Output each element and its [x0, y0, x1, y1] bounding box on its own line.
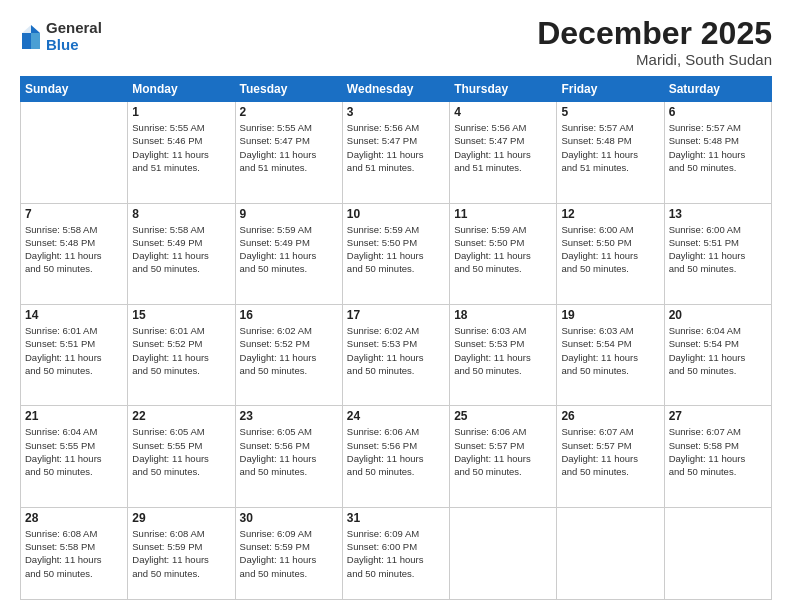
- calendar-cell: 19Sunrise: 6:03 AM Sunset: 5:54 PM Dayli…: [557, 305, 664, 406]
- logo-general: General: [46, 20, 102, 37]
- col-header-tuesday: Tuesday: [235, 77, 342, 102]
- day-info: Sunrise: 6:02 AM Sunset: 5:52 PM Dayligh…: [240, 324, 338, 377]
- calendar-cell: 25Sunrise: 6:06 AM Sunset: 5:57 PM Dayli…: [450, 406, 557, 507]
- calendar-week-row: 1Sunrise: 5:55 AM Sunset: 5:46 PM Daylig…: [21, 102, 772, 203]
- day-info: Sunrise: 6:02 AM Sunset: 5:53 PM Dayligh…: [347, 324, 445, 377]
- calendar-cell: 16Sunrise: 6:02 AM Sunset: 5:52 PM Dayli…: [235, 305, 342, 406]
- day-number: 5: [561, 105, 659, 119]
- calendar-cell: 13Sunrise: 6:00 AM Sunset: 5:51 PM Dayli…: [664, 203, 771, 304]
- calendar-cell: 29Sunrise: 6:08 AM Sunset: 5:59 PM Dayli…: [128, 507, 235, 599]
- calendar-cell: 17Sunrise: 6:02 AM Sunset: 5:53 PM Dayli…: [342, 305, 449, 406]
- day-number: 22: [132, 409, 230, 423]
- day-info: Sunrise: 6:08 AM Sunset: 5:58 PM Dayligh…: [25, 527, 123, 580]
- day-info: Sunrise: 6:06 AM Sunset: 5:57 PM Dayligh…: [454, 425, 552, 478]
- day-info: Sunrise: 5:55 AM Sunset: 5:46 PM Dayligh…: [132, 121, 230, 174]
- calendar-cell: 2Sunrise: 5:55 AM Sunset: 5:47 PM Daylig…: [235, 102, 342, 203]
- col-header-sunday: Sunday: [21, 77, 128, 102]
- calendar-cell: 8Sunrise: 5:58 AM Sunset: 5:49 PM Daylig…: [128, 203, 235, 304]
- header: General Blue December 2025 Maridi, South…: [20, 16, 772, 68]
- calendar-cell: 7Sunrise: 5:58 AM Sunset: 5:48 PM Daylig…: [21, 203, 128, 304]
- day-number: 19: [561, 308, 659, 322]
- calendar-cell: 24Sunrise: 6:06 AM Sunset: 5:56 PM Dayli…: [342, 406, 449, 507]
- day-number: 8: [132, 207, 230, 221]
- calendar-cell: [557, 507, 664, 599]
- day-info: Sunrise: 6:00 AM Sunset: 5:51 PM Dayligh…: [669, 223, 767, 276]
- col-header-wednesday: Wednesday: [342, 77, 449, 102]
- day-info: Sunrise: 5:59 AM Sunset: 5:50 PM Dayligh…: [347, 223, 445, 276]
- calendar-week-row: 21Sunrise: 6:04 AM Sunset: 5:55 PM Dayli…: [21, 406, 772, 507]
- col-header-monday: Monday: [128, 77, 235, 102]
- logo: General Blue: [20, 20, 102, 53]
- calendar-cell: 5Sunrise: 5:57 AM Sunset: 5:48 PM Daylig…: [557, 102, 664, 203]
- logo-blue: Blue: [46, 37, 102, 54]
- day-info: Sunrise: 5:57 AM Sunset: 5:48 PM Dayligh…: [561, 121, 659, 174]
- day-info: Sunrise: 6:05 AM Sunset: 5:56 PM Dayligh…: [240, 425, 338, 478]
- day-number: 15: [132, 308, 230, 322]
- calendar-cell: 10Sunrise: 5:59 AM Sunset: 5:50 PM Dayli…: [342, 203, 449, 304]
- day-info: Sunrise: 5:58 AM Sunset: 5:48 PM Dayligh…: [25, 223, 123, 276]
- title-month: December 2025: [537, 16, 772, 51]
- day-number: 27: [669, 409, 767, 423]
- day-info: Sunrise: 5:58 AM Sunset: 5:49 PM Dayligh…: [132, 223, 230, 276]
- day-number: 16: [240, 308, 338, 322]
- calendar-cell: 30Sunrise: 6:09 AM Sunset: 5:59 PM Dayli…: [235, 507, 342, 599]
- calendar-cell: 20Sunrise: 6:04 AM Sunset: 5:54 PM Dayli…: [664, 305, 771, 406]
- calendar-cell: 4Sunrise: 5:56 AM Sunset: 5:47 PM Daylig…: [450, 102, 557, 203]
- calendar-week-row: 7Sunrise: 5:58 AM Sunset: 5:48 PM Daylig…: [21, 203, 772, 304]
- calendar-cell: 23Sunrise: 6:05 AM Sunset: 5:56 PM Dayli…: [235, 406, 342, 507]
- day-number: 21: [25, 409, 123, 423]
- calendar-cell: 31Sunrise: 6:09 AM Sunset: 6:00 PM Dayli…: [342, 507, 449, 599]
- calendar-cell: 3Sunrise: 5:56 AM Sunset: 5:47 PM Daylig…: [342, 102, 449, 203]
- day-info: Sunrise: 6:04 AM Sunset: 5:55 PM Dayligh…: [25, 425, 123, 478]
- day-info: Sunrise: 6:09 AM Sunset: 6:00 PM Dayligh…: [347, 527, 445, 580]
- day-number: 20: [669, 308, 767, 322]
- day-number: 26: [561, 409, 659, 423]
- day-number: 17: [347, 308, 445, 322]
- svg-marker-2: [31, 33, 40, 49]
- col-header-thursday: Thursday: [450, 77, 557, 102]
- calendar-cell: 28Sunrise: 6:08 AM Sunset: 5:58 PM Dayli…: [21, 507, 128, 599]
- day-info: Sunrise: 6:07 AM Sunset: 5:57 PM Dayligh…: [561, 425, 659, 478]
- day-info: Sunrise: 5:56 AM Sunset: 5:47 PM Dayligh…: [454, 121, 552, 174]
- day-info: Sunrise: 6:01 AM Sunset: 5:51 PM Dayligh…: [25, 324, 123, 377]
- day-number: 23: [240, 409, 338, 423]
- day-info: Sunrise: 6:08 AM Sunset: 5:59 PM Dayligh…: [132, 527, 230, 580]
- calendar-week-row: 14Sunrise: 6:01 AM Sunset: 5:51 PM Dayli…: [21, 305, 772, 406]
- day-info: Sunrise: 6:09 AM Sunset: 5:59 PM Dayligh…: [240, 527, 338, 580]
- svg-marker-1: [31, 25, 40, 33]
- logo-text: General Blue: [46, 20, 102, 53]
- calendar-cell: 14Sunrise: 6:01 AM Sunset: 5:51 PM Dayli…: [21, 305, 128, 406]
- calendar-cell: 27Sunrise: 6:07 AM Sunset: 5:58 PM Dayli…: [664, 406, 771, 507]
- calendar-cell: 22Sunrise: 6:05 AM Sunset: 5:55 PM Dayli…: [128, 406, 235, 507]
- day-info: Sunrise: 6:03 AM Sunset: 5:53 PM Dayligh…: [454, 324, 552, 377]
- day-number: 24: [347, 409, 445, 423]
- calendar-cell: 11Sunrise: 5:59 AM Sunset: 5:50 PM Dayli…: [450, 203, 557, 304]
- calendar-cell: [664, 507, 771, 599]
- day-number: 31: [347, 511, 445, 525]
- day-info: Sunrise: 5:57 AM Sunset: 5:48 PM Dayligh…: [669, 121, 767, 174]
- day-info: Sunrise: 5:55 AM Sunset: 5:47 PM Dayligh…: [240, 121, 338, 174]
- day-number: 30: [240, 511, 338, 525]
- calendar-cell: [450, 507, 557, 599]
- day-info: Sunrise: 6:03 AM Sunset: 5:54 PM Dayligh…: [561, 324, 659, 377]
- day-number: 18: [454, 308, 552, 322]
- calendar-week-row: 28Sunrise: 6:08 AM Sunset: 5:58 PM Dayli…: [21, 507, 772, 599]
- day-info: Sunrise: 5:59 AM Sunset: 5:49 PM Dayligh…: [240, 223, 338, 276]
- calendar-cell: 6Sunrise: 5:57 AM Sunset: 5:48 PM Daylig…: [664, 102, 771, 203]
- day-info: Sunrise: 6:05 AM Sunset: 5:55 PM Dayligh…: [132, 425, 230, 478]
- day-info: Sunrise: 6:06 AM Sunset: 5:56 PM Dayligh…: [347, 425, 445, 478]
- day-info: Sunrise: 5:56 AM Sunset: 5:47 PM Dayligh…: [347, 121, 445, 174]
- title-block: December 2025 Maridi, South Sudan: [537, 16, 772, 68]
- day-number: 3: [347, 105, 445, 119]
- calendar-cell: [21, 102, 128, 203]
- calendar-cell: 18Sunrise: 6:03 AM Sunset: 5:53 PM Dayli…: [450, 305, 557, 406]
- day-number: 4: [454, 105, 552, 119]
- day-number: 10: [347, 207, 445, 221]
- day-number: 9: [240, 207, 338, 221]
- day-info: Sunrise: 6:04 AM Sunset: 5:54 PM Dayligh…: [669, 324, 767, 377]
- col-header-friday: Friday: [557, 77, 664, 102]
- day-info: Sunrise: 6:01 AM Sunset: 5:52 PM Dayligh…: [132, 324, 230, 377]
- day-number: 2: [240, 105, 338, 119]
- day-number: 6: [669, 105, 767, 119]
- page: General Blue December 2025 Maridi, South…: [0, 0, 792, 612]
